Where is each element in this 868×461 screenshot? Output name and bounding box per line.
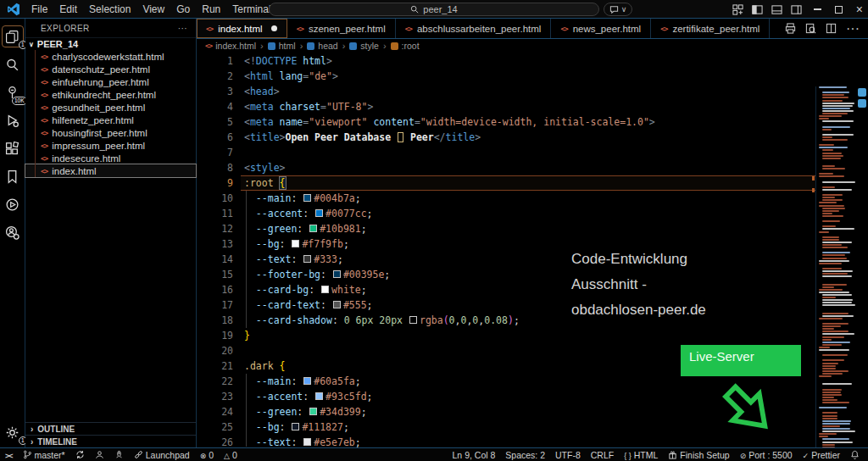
file-label: einfuehrung_peer.html <box>52 77 148 87</box>
token: 6px <box>356 314 374 326</box>
minimap-line <box>822 254 845 256</box>
code-line: <meta name="viewport" content="width=dev… <box>244 114 815 130</box>
breadcrumb-item-html[interactable]: html <box>268 41 296 51</box>
menu-go[interactable]: Go <box>170 3 196 15</box>
token: --green <box>256 223 297 235</box>
menu-selection[interactable]: Selection <box>83 3 136 15</box>
toggle-panel-icon[interactable] <box>771 4 782 15</box>
more-actions-icon[interactable]: ··· <box>846 21 860 36</box>
html-file-icon: <> <box>41 116 47 125</box>
status-crlf[interactable]: CRLF <box>586 450 619 460</box>
minimap-line <box>822 139 848 141</box>
file-gesundheit-peer-html[interactable]: <>gesundheit_peer.html <box>25 101 196 114</box>
activitybar-source-control-icon[interactable]: 10K <box>3 82 23 103</box>
status-prettier[interactable]: ✓Prettier <box>798 450 845 460</box>
code-line: <!DOCTYPE html> <box>244 53 815 69</box>
file-index-html[interactable]: <>index.html <box>25 164 196 177</box>
status-remote[interactable]: >< <box>0 450 18 460</box>
section-outline[interactable]: ›OUTLINE <box>25 422 196 435</box>
menu-view[interactable]: View <box>136 3 170 15</box>
minimap[interactable] <box>815 86 856 447</box>
menu-run[interactable]: Run <box>196 3 226 15</box>
tab-zertifikate-peer-html[interactable]: <>zertifikate_peer.html <box>651 19 770 38</box>
activitybar-settings-icon[interactable]: 1 <box>3 422 23 442</box>
file-einfuehrung-peer-html[interactable]: <>einfuehrung_peer.html <box>25 75 196 88</box>
line-number: 21 <box>197 358 244 374</box>
minimap-line <box>822 189 852 191</box>
tab-szenen-peer-html[interactable]: <>szenen_peer.html <box>287 19 396 38</box>
menu-edit[interactable]: Edit <box>53 3 83 15</box>
file-datenschutz-peer-html[interactable]: <>datenschutz_peer.html <box>25 63 196 75</box>
activitybar-run-debug-icon[interactable] <box>3 110 23 131</box>
toggle-sidebar-icon[interactable] <box>752 4 763 15</box>
tab-abschlussarbeiten-peer-html[interactable]: <>abschlussarbeiten_peer.html <box>396 19 552 38</box>
status-spaces-2[interactable]: Spaces: 2 <box>500 450 550 460</box>
token: > <box>367 101 373 113</box>
file-ethikundrecht-peer-html[interactable]: <>ethikundrecht_peer.html <box>25 88 196 101</box>
copilot-button[interactable]: ∨ <box>604 3 632 16</box>
status-sync[interactable] <box>70 450 90 459</box>
breadcrumb-item-style[interactable]: style <box>349 41 379 51</box>
command-center-search[interactable]: peer_14 <box>269 3 599 16</box>
customize-layout-icon[interactable] <box>732 4 743 15</box>
minimize-button[interactable] <box>814 8 821 9</box>
explorer-more-icon[interactable]: ··· <box>178 24 187 33</box>
status-bell[interactable] <box>845 450 865 459</box>
token: DOCTYPE <box>256 55 297 67</box>
status-finish-setup[interactable]: Finish Setup <box>663 450 734 460</box>
split-editor-icon[interactable] <box>826 23 837 34</box>
minimap-line <box>819 173 833 175</box>
html-file-icon: <> <box>206 25 213 33</box>
badge: 10K <box>12 97 27 105</box>
activitybar-explorer-icon[interactable]: 1 <box>3 26 23 47</box>
status-0[interactable]: △0 <box>219 450 242 460</box>
printer-icon[interactable] <box>785 23 796 34</box>
file-impressum-peer-html[interactable]: <>impressum_peer.html <box>25 139 196 152</box>
status-utf-8[interactable]: UTF-8 <box>550 450 586 460</box>
token: #e5e7eb <box>314 436 354 447</box>
token: < <box>244 162 250 174</box>
menu-file[interactable]: File <box>25 3 53 15</box>
token: < <box>244 131 250 143</box>
status-account[interactable] <box>90 450 109 459</box>
status-ln-9-col-8[interactable]: Ln 9, Col 8 <box>448 450 501 460</box>
breadcrumb-item-index-html[interactable]: <>index.html <box>205 41 256 51</box>
token <box>244 375 256 387</box>
status-rocket[interactable] <box>109 450 129 459</box>
modified-dot-icon <box>271 25 277 31</box>
tab-news-peer-html[interactable]: <>news_peer.html <box>551 19 651 38</box>
breadcrumb-item-root[interactable]: :root <box>391 41 420 51</box>
section-timeline[interactable]: ›TIMELINE <box>25 435 196 447</box>
status-html[interactable]: { }HTML <box>619 450 663 460</box>
breadcrumb-item-head[interactable]: head <box>307 41 337 51</box>
tab-index-html[interactable]: <>index.html <box>197 19 287 38</box>
token <box>244 208 256 219</box>
open-preview-icon[interactable] <box>805 23 816 34</box>
activitybar-search-icon[interactable] <box>3 54 23 75</box>
folder-row[interactable]: ∨ PEER_14 <box>25 37 196 50</box>
toggle-secondary-sidebar-icon[interactable] <box>791 4 802 15</box>
chevron-down-icon: ∨ <box>29 41 34 48</box>
missing-glyph-box <box>398 132 403 142</box>
file-charlyscodewerkstatt-html[interactable]: <>charlyscodewerkstatt.html <box>25 50 196 63</box>
minimap-line <box>822 97 849 98</box>
code-editor[interactable]: 1234567891011121314151617181920212223242… <box>197 53 868 447</box>
status-launchpad[interactable]: Launchpad <box>129 450 195 460</box>
activitybar-player-icon[interactable] <box>3 194 23 214</box>
file-housingfirst-peer-html[interactable]: <>housingfirst_peer.html <box>25 126 196 139</box>
activitybar-bookmark-icon[interactable] <box>3 166 23 186</box>
token <box>244 238 256 250</box>
status-port-5500[interactable]: ⊘Port : 5500 <box>735 450 798 460</box>
line-number: 3 <box>197 84 244 99</box>
status-0[interactable]: ⊗0 <box>195 450 219 460</box>
activitybar-extensions-icon[interactable] <box>3 138 23 158</box>
close-button[interactable]: × <box>856 5 863 14</box>
file-hilfenetz-peer-html[interactable]: <>hilfenetz_peer.html <box>25 114 196 126</box>
vertical-scrollbar[interactable] <box>856 86 868 447</box>
maximize-button[interactable] <box>835 6 843 14</box>
file-indesecure-html[interactable]: <>indesecure.html <box>25 152 196 164</box>
activitybar-account-tools-icon[interactable] <box>3 222 23 242</box>
breadcrumb-label: head <box>318 41 337 51</box>
minimap-line <box>822 181 855 183</box>
status-master[interactable]: master* <box>18 450 70 460</box>
